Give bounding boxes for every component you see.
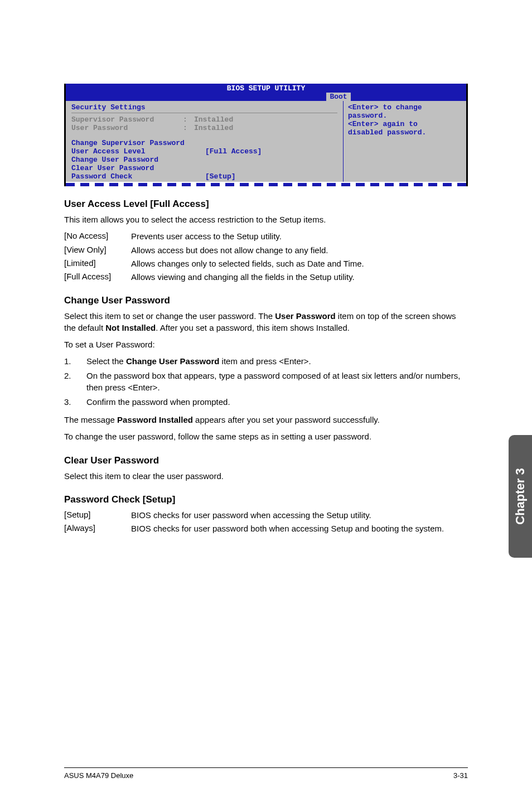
paragraph: The message Password Installed appears a…	[64, 414, 468, 426]
option-desc: BIOS checks for user password both when …	[131, 523, 468, 534]
option-term: [Full Access]	[64, 272, 131, 283]
value: Installed	[194, 124, 337, 132]
option-desc: Allows viewing and changing all the fiel…	[131, 272, 468, 283]
heading-user-access-level: User Access Level [Full Access]	[64, 199, 468, 210]
heading-change-user-password: Change User Password	[64, 295, 468, 306]
text: Select the	[86, 356, 126, 366]
option-desc: Prevents user access to the Setup utilit…	[131, 231, 468, 242]
step-item: 1. Select the Change User Password item …	[64, 356, 468, 367]
step-number: 2.	[64, 370, 86, 393]
bios-row-clear-user: Clear User Password	[71, 164, 337, 172]
paragraph: Select this item to clear the user passw…	[64, 471, 468, 482]
label: Change User Password	[71, 156, 158, 164]
bold-text: Change User Password	[126, 356, 220, 366]
step-number: 3.	[64, 397, 86, 408]
sep: :	[183, 124, 194, 132]
value: Installed	[194, 115, 337, 124]
value: [Setup]	[205, 172, 236, 181]
bios-header: BIOS SETUP UTILITY Boot	[66, 84, 466, 101]
bold-text: Not Installed	[105, 323, 156, 332]
option-desc: Allows access but does not allow change …	[131, 245, 468, 256]
paragraph: To set a User Password:	[64, 339, 468, 350]
help-line: <Enter> to change	[348, 103, 462, 112]
step-text: Confirm the password when prompted.	[86, 397, 468, 408]
option-row: [Limited] Allows changes only to selecte…	[64, 258, 468, 269]
bios-dashed-border	[66, 183, 466, 186]
option-row: [Full Access] Allows viewing and changin…	[64, 272, 468, 283]
text: appears after you set your password succ…	[193, 415, 380, 424]
bios-title: BIOS SETUP UTILITY	[66, 84, 466, 93]
option-term: [Setup]	[64, 510, 131, 521]
text: The message	[64, 415, 117, 424]
option-term: [View Only]	[64, 245, 131, 256]
bios-row-change-supervisor: Change Supervisor Password	[71, 139, 337, 147]
paragraph: This item allows you to select the acces…	[64, 214, 468, 225]
option-desc: Allows changes only to selected fields, …	[131, 258, 468, 269]
paragraph: Select this item to set or change the us…	[64, 311, 468, 334]
help-line: password.	[348, 112, 462, 120]
chapter-label: Chapter 3	[513, 468, 528, 524]
chapter-side-tab: Chapter 3	[509, 435, 532, 558]
footer-right: 3-31	[453, 771, 468, 780]
divider	[71, 113, 337, 113]
step-number: 1.	[64, 356, 86, 367]
sep: :	[183, 115, 194, 124]
bios-row-user: User Password: Installed	[71, 124, 337, 132]
bios-body: Security Settings Supervisor Password: I…	[66, 101, 466, 182]
label: Password Check	[71, 172, 205, 181]
label: Clear User Password	[71, 164, 154, 172]
option-row: [Always] BIOS checks for user password b…	[64, 523, 468, 534]
option-row: [No Access] Prevents user access to the …	[64, 231, 468, 242]
option-desc: BIOS checks for user password when acces…	[131, 510, 468, 521]
paragraph: To change the user password, follow the …	[64, 431, 468, 442]
step-item: 2. On the password box that appears, typ…	[64, 370, 468, 393]
label: User Access Level	[71, 147, 205, 156]
text: . After you set a password, this item sh…	[156, 323, 350, 332]
option-term: [Limited]	[64, 258, 131, 269]
bios-row-user-access-level: User Access Level[Full Access]	[71, 147, 337, 156]
value: [Full Access]	[205, 147, 262, 156]
bios-row-supervisor: Supervisor Password: Installed	[71, 115, 337, 124]
bold-text: Password Installed	[117, 415, 193, 424]
bios-left-pane: Security Settings Supervisor Password: I…	[66, 101, 344, 182]
bios-row-change-user: Change User Password	[71, 156, 337, 164]
bios-panel: BIOS SETUP UTILITY Boot Security Setting…	[64, 84, 468, 186]
text: item and press <Enter>.	[219, 356, 311, 366]
step-item: 3. Confirm the password when prompted.	[64, 397, 468, 408]
option-row: [View Only] Allows access but does not a…	[64, 245, 468, 256]
option-row: [Setup] BIOS checks for user password wh…	[64, 510, 468, 521]
bios-help-pane: <Enter> to change password. <Enter> agai…	[344, 101, 466, 182]
heading-password-check: Password Check [Setup]	[64, 494, 468, 505]
bios-section-title: Security Settings	[71, 103, 337, 112]
option-term: [No Access]	[64, 231, 131, 242]
page-footer: ASUS M4A79 Deluxe 3-31	[64, 767, 468, 780]
step-text: On the password box that appears, type a…	[86, 370, 468, 393]
footer-left: ASUS M4A79 Deluxe	[64, 771, 133, 780]
bios-tab-boot: Boot	[326, 93, 350, 101]
label: User Password	[71, 124, 183, 132]
help-line: <Enter> again to	[348, 120, 462, 128]
bold-text: User Password	[275, 311, 335, 321]
spacer	[71, 132, 337, 139]
label: Supervisor Password	[71, 115, 183, 124]
steps-list: 1. Select the Change User Password item …	[64, 356, 468, 408]
help-line: disabled password.	[348, 128, 462, 137]
bios-row-password-check: Password Check[Setup]	[71, 172, 337, 181]
heading-clear-user-password: Clear User Password	[64, 455, 468, 466]
step-text: Select the Change User Password item and…	[86, 356, 468, 367]
document-page: BIOS SETUP UTILITY Boot Security Setting…	[0, 0, 532, 559]
option-term: [Always]	[64, 523, 131, 534]
text: Select this item to set or change the us…	[64, 311, 275, 321]
label: Change Supervisor Password	[71, 139, 185, 147]
